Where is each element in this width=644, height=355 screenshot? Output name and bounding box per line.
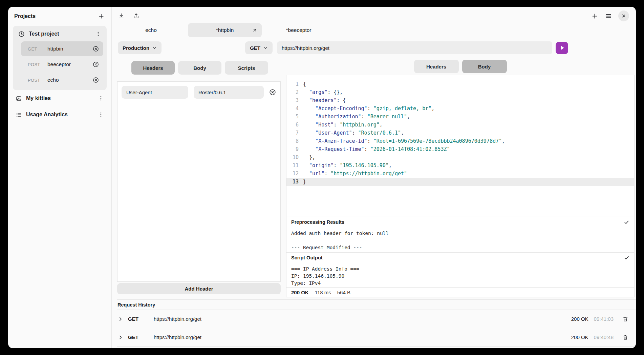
sidebar-header: Projects <box>13 7 107 26</box>
preprocessing-results-header: Preprocessing Results <box>286 217 634 227</box>
code-text: "origin": "195.146.105.90", <box>299 161 392 170</box>
header-row <box>122 86 276 99</box>
code-line: 11 "origin": "195.146.105.90", <box>286 161 634 170</box>
status-code: 200 OK <box>291 290 309 295</box>
usage-analytics-menu-button[interactable] <box>97 111 105 118</box>
request-tab[interactable]: echo <box>114 23 188 37</box>
request-history-list: GET https://httpbin.org/get 200 OK 09:41… <box>117 310 636 347</box>
line-number: 4 <box>286 104 299 113</box>
menu-button[interactable] <box>604 12 613 20</box>
x-circle-icon <box>92 77 99 83</box>
method-dropdown[interactable]: GET <box>245 41 273 54</box>
preprocessing-output[interactable]: Added auth header for token: null --- Re… <box>286 227 634 252</box>
code-text: "Host": "httpbin.org", <box>299 121 383 129</box>
expand-history-button[interactable] <box>118 335 123 340</box>
import-button[interactable] <box>117 12 125 20</box>
code-text: "User-Agent": "Roster/0.6.1", <box>299 129 404 137</box>
header-value-input[interactable] <box>194 86 264 99</box>
url-input[interactable] <box>277 41 552 54</box>
header-rows <box>122 86 276 99</box>
add-header-button[interactable]: Add Header <box>117 283 281 294</box>
close-tab-button[interactable] <box>253 28 257 33</box>
remove-request-button[interactable] <box>92 45 100 53</box>
line-number: 10 <box>286 153 299 161</box>
send-request-button[interactable] <box>556 42 568 54</box>
remove-request-button[interactable] <box>92 60 100 68</box>
sidebar-item-label: Usage Analytics <box>26 112 94 118</box>
history-time: 09:41:03 <box>594 316 614 322</box>
request-history-title: Request History <box>117 300 636 310</box>
project-request-item[interactable]: POST beeceptor <box>21 57 103 72</box>
sidebar-item-my-kitties[interactable]: My kitties <box>13 90 107 106</box>
history-status: 200 OK <box>571 334 588 340</box>
response-tab-headers[interactable]: Headers <box>414 60 459 73</box>
request-tab-scripts[interactable]: Scripts <box>225 61 268 75</box>
check-icon <box>624 255 629 261</box>
main-area: echo *httpbin *beeceptor Production <box>112 7 636 348</box>
line-number: 13 <box>286 178 299 186</box>
environment-dropdown[interactable]: Production <box>118 41 162 54</box>
project-request-item[interactable]: POST echo <box>21 73 103 87</box>
history-row[interactable]: GET https://httpbin.org/get 200 OK 09:41… <box>117 310 636 328</box>
code-line: 8 "X-Amzn-Trace-Id": "Root=1-6967569e-78… <box>286 137 634 145</box>
output-line: Added auth header for token: null <box>291 230 629 237</box>
line-number: 7 <box>286 129 299 137</box>
trash-icon <box>622 316 628 322</box>
my-kitties-menu-button[interactable] <box>97 95 105 102</box>
chevron-right-icon <box>118 335 123 340</box>
remove-header-button[interactable] <box>269 88 276 96</box>
method-label: GET <box>250 45 260 51</box>
response-panel: HeadersBody 1{2 "args": {},3 "headers": … <box>286 54 635 297</box>
remove-request-button[interactable] <box>92 76 100 84</box>
response-time: 118 ms <box>315 290 331 295</box>
project-menu-button[interactable] <box>94 30 102 38</box>
project-header[interactable]: Test project <box>16 26 103 41</box>
request-history: Request History GET https://httpbin.org/… <box>117 299 636 347</box>
history-status: 200 OK <box>571 316 588 322</box>
output-line: === IP Address Info === <box>291 265 629 273</box>
request-tabs: HeadersBodyScripts <box>131 61 281 75</box>
project-name: Test project <box>29 31 91 37</box>
check-icon <box>624 219 629 225</box>
code-line: 9 "X-Request-Time": "2026-01-14T08:41:02… <box>286 145 634 153</box>
code-line: 3 "headers": { <box>286 96 634 104</box>
code-text: "url": "https://httpbin.org/get" <box>299 170 407 178</box>
export-button[interactable] <box>132 12 140 20</box>
response-json-viewer[interactable]: 1{2 "args": {},3 "headers": {4 "Accept-E… <box>286 75 634 217</box>
code-text: "Accept-Encoding": "gzip, deflate, br", <box>299 104 434 113</box>
request-tab-body[interactable]: Body <box>178 61 221 75</box>
window-close-button[interactable] <box>618 11 629 21</box>
history-row[interactable]: GET https://httpbin.org/get 200 OK 09:40… <box>117 328 636 347</box>
project-group: Test project GET httpbin POST beeceptor <box>13 26 107 90</box>
code-line: 6 "Host": "httpbin.org", <box>286 121 634 129</box>
delete-history-button[interactable] <box>622 334 628 340</box>
add-project-button[interactable] <box>97 12 105 20</box>
script-output-header: Script Output <box>286 252 634 263</box>
desktop-background: Projects Test project <box>0 0 644 355</box>
delete-history-button[interactable] <box>622 316 628 322</box>
header-key-input[interactable] <box>122 86 188 99</box>
code-text: "X-Amzn-Trace-Id": "Root=1-6967569e-78ec… <box>299 137 505 145</box>
code-text: } <box>299 178 306 186</box>
response-tab-body[interactable]: Body <box>462 60 507 73</box>
headers-editor <box>117 81 281 282</box>
hamburger-icon <box>605 13 612 20</box>
project-request-item[interactable]: GET httpbin <box>21 41 103 56</box>
kebab-menu-icon <box>98 95 104 101</box>
output-line <box>291 237 629 244</box>
history-time: 09:40:48 <box>594 334 614 340</box>
code-line: 12 "url": "https://httpbin.org/get" <box>286 170 634 178</box>
line-number: 2 <box>286 88 299 96</box>
request-tab-headers[interactable]: Headers <box>131 61 175 75</box>
request-method-label: POST <box>28 78 43 83</box>
new-tab-button[interactable] <box>591 12 599 20</box>
request-method-label: POST <box>28 62 43 67</box>
request-tab[interactable]: *beeceptor <box>262 23 336 37</box>
request-tab[interactable]: *httpbin <box>188 23 262 37</box>
script-output[interactable]: === IP Address Info ===IP: 195.146.105.9… <box>286 263 634 287</box>
response-status-bar: 200 OK 118 ms 564 B <box>286 287 634 297</box>
expand-history-button[interactable] <box>118 316 123 322</box>
preprocessing-results-title: Preprocessing Results <box>291 219 344 225</box>
code-line: 4 "Accept-Encoding": "gzip, deflate, br"… <box>286 104 634 113</box>
sidebar-item-usage-analytics[interactable]: Usage Analytics <box>13 106 107 123</box>
